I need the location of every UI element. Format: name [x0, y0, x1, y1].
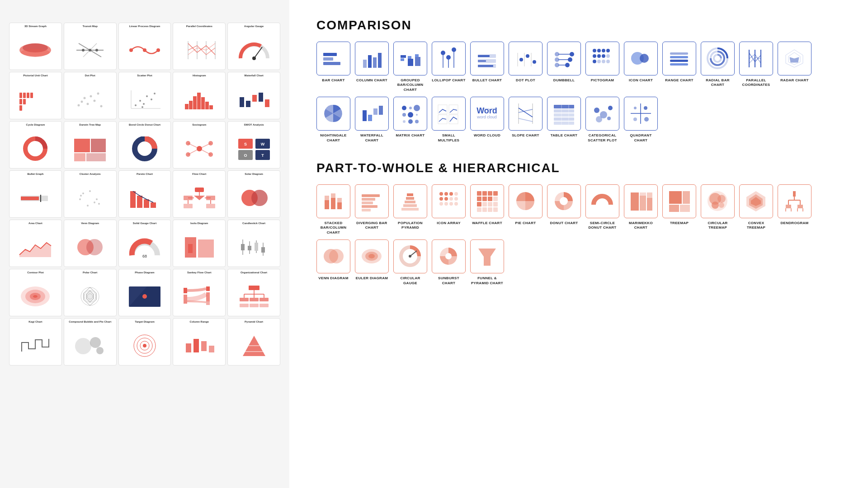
chart-item-treemap[interactable]: TREEMAP: [662, 184, 696, 235]
card-target[interactable]: Target Diagram: [118, 318, 171, 366]
card-bond-donut[interactable]: Bond Circle Donut Chart: [118, 121, 171, 169]
svg-rect-285: [362, 202, 373, 204]
svg-point-335: [719, 202, 724, 208]
chart-item-euler[interactable]: EULER DIAGRAM: [355, 239, 389, 286]
chart-item-sunburst[interactable]: SUNBURST CHART: [432, 239, 466, 286]
card-swot[interactable]: SWOT Analysis S W O T: [227, 121, 280, 169]
svg-rect-160: [193, 339, 199, 352]
card-waterfall[interactable]: Waterfall Chart: [227, 72, 280, 119]
card-pareto[interactable]: Pareto Chart: [118, 170, 171, 218]
card-histogram[interactable]: Histogram: [173, 72, 226, 119]
svg-rect-149: [240, 304, 249, 307]
card-sociogram[interactable]: Sociogram: [173, 121, 226, 169]
card-bullet[interactable]: Bullet Graph: [9, 170, 62, 218]
chart-item-semicircledonut[interactable]: SEMI-CIRCLE DONUT CHART: [585, 184, 619, 235]
svg-rect-327: [669, 191, 682, 204]
card-dot-plot[interactable]: Dot Plot: [64, 72, 117, 119]
card-cluster[interactable]: Cluster Analysis: [64, 170, 117, 218]
card-pictorial[interactable]: Pictorial Unit Chart: [9, 72, 62, 119]
card-venn[interactable]: Venn Diagram: [64, 220, 117, 267]
chart-label-quadrant: QUADRANT CHART: [624, 133, 658, 143]
card-title: Darwin Tree Map: [79, 123, 101, 130]
chart-item-icon[interactable]: ICON CHART: [624, 42, 658, 92]
chart-item-marimekko[interactable]: MARIMEKKO CHART: [624, 184, 658, 235]
chart-item-table[interactable]: TABLE CHART: [547, 97, 581, 143]
chart-item-column[interactable]: COLUMN CHART: [355, 42, 389, 92]
chart-item-pie[interactable]: PIE CHART: [509, 184, 542, 235]
card-solar[interactable]: Solar Diagram: [227, 170, 280, 218]
card-flow[interactable]: Flow Chart: [173, 170, 226, 218]
card-candlestick[interactable]: Candlestick Chart: [227, 220, 280, 267]
svg-point-33: [100, 105, 103, 108]
chart-item-pictogram[interactable]: PICTOGRAM: [585, 42, 619, 92]
card-title: Venn Diagram: [81, 222, 99, 228]
chart-item-bullet[interactable]: BULLET CHART: [470, 42, 504, 92]
card-isola[interactable]: Isola Diagram: [173, 220, 226, 267]
card-darwin[interactable]: Darwin Tree Map: [64, 121, 117, 169]
chart-item-catscatter[interactable]: CATEGORICAL SCATTER PLOT: [585, 97, 619, 143]
card-compound[interactable]: Compound Bubble and Pie Chart: [64, 318, 117, 366]
card-contour[interactable]: Contour Plot: [9, 269, 62, 316]
chart-item-venn[interactable]: VENN DIAGRAM: [316, 239, 350, 286]
card-scatter[interactable]: Scatter Plot: [118, 72, 171, 119]
chart-item-dendrogram[interactable]: DENDROGRAM: [778, 184, 811, 235]
card-title: Parallel Coordinates: [186, 25, 212, 31]
svg-rect-319: [488, 207, 492, 212]
chart-item-nightingale[interactable]: NIGHTINGALE CHART: [316, 97, 350, 143]
chart-item-donut[interactable]: DONUT CHART: [547, 184, 581, 235]
card-title: Area Chart: [28, 222, 42, 228]
chart-item-lollipop[interactable]: LOLLIPOP CHART: [432, 42, 466, 92]
chart-item-matrix[interactable]: MATRIX CHART: [393, 97, 427, 143]
chart-item-parallel[interactable]: PARALLEL COORDINATES: [739, 42, 773, 92]
chart-label-wordcloud: WORD CLOUD: [474, 133, 500, 138]
svg-point-239: [414, 105, 420, 111]
chart-item-circulargauge[interactable]: CIRCULAR GAUGE: [393, 239, 427, 286]
chart-label-pyramid: POPULATION PYRAMID: [393, 221, 427, 230]
card-sankey[interactable]: Sankey Flow Chart: [173, 269, 226, 316]
chart-item-waffle[interactable]: WAFFLE CHART: [470, 184, 504, 235]
chart-item-circulartreemap[interactable]: CIRCULAR TREEMAP: [701, 184, 735, 235]
svg-rect-138: [206, 292, 210, 301]
card-kagi[interactable]: Kagi Chart: [9, 318, 62, 366]
svg-rect-236: [379, 106, 383, 115]
svg-rect-170: [368, 55, 372, 68]
chart-item-quadrant[interactable]: QUADRANT CHART: [624, 97, 658, 143]
chart-item-diverging[interactable]: DIVERGING BAR CHART: [355, 184, 389, 235]
chart-item-smallmultiples[interactable]: SMALL MULTIPLES: [432, 97, 466, 143]
svg-rect-178: [415, 54, 419, 57]
card-cycle[interactable]: Cycle Diagram: [9, 121, 62, 169]
card-org[interactable]: Organizational Chart: [227, 269, 280, 316]
card-angular-gauge[interactable]: Angular Gauge: [227, 23, 280, 70]
chart-item-bar[interactable]: BAR CHART: [316, 42, 350, 92]
card-pyramid[interactable]: Pyramid Chart: [227, 318, 280, 366]
chart-item-stacked[interactable]: STACKED BAR/COLUMN CHART: [316, 184, 350, 235]
card-solid-gauge[interactable]: Solid Gauge Chart 68: [118, 220, 171, 267]
chart-item-range[interactable]: RANGE CHART: [662, 42, 696, 92]
chart-item-dotplot[interactable]: DOT PLOT: [509, 42, 542, 92]
chart-item-waterfall[interactable]: WATERFALL CHART: [355, 97, 389, 143]
chart-item-grouped[interactable]: GROUPED BAR/COLUMN CHART: [393, 42, 427, 92]
svg-rect-137: [184, 295, 187, 304]
svg-point-219: [640, 54, 649, 63]
card-phase[interactable]: Phase Diagram: [118, 269, 171, 316]
chart-item-radialbar[interactable]: RADIAL BAR CHART: [701, 42, 735, 92]
svg-point-201: [555, 57, 559, 62]
card-3d-stream[interactable]: 3D Stream Graph: [9, 23, 62, 70]
card-polar[interactable]: Polar Chart: [64, 269, 117, 316]
chart-item-wordcloud[interactable]: Word word cloud cloud text WORD CLOUD: [470, 97, 504, 143]
card-title: Bullet Graph: [27, 173, 43, 179]
card-transit[interactable]: Transit Map: [64, 23, 117, 70]
svg-point-276: [633, 117, 637, 121]
card-area[interactable]: Area Chart: [9, 220, 62, 267]
chart-item-convextreemap[interactable]: CONVEX TREEMAP: [739, 184, 773, 235]
chart-item-pyramid[interactable]: POPULATION PYRAMID: [393, 184, 427, 235]
card-linear-process[interactable]: Linear Process Diagram: [118, 23, 171, 70]
chart-item-funnel[interactable]: FUNNEL & PYRAMID CHART: [470, 239, 504, 286]
chart-item-radar[interactable]: RADAR CHART: [778, 42, 811, 92]
card-title: Column Range: [190, 320, 209, 327]
card-parallel-coord[interactable]: Parallel Coordinates: [173, 23, 226, 70]
card-col-range[interactable]: Column Range: [173, 318, 226, 366]
chart-item-slope[interactable]: SLOPE CHART: [509, 97, 542, 143]
chart-item-iconarray[interactable]: ICON ARRAY: [432, 184, 466, 235]
chart-item-dumbbell[interactable]: DUMBBELL: [547, 42, 581, 92]
